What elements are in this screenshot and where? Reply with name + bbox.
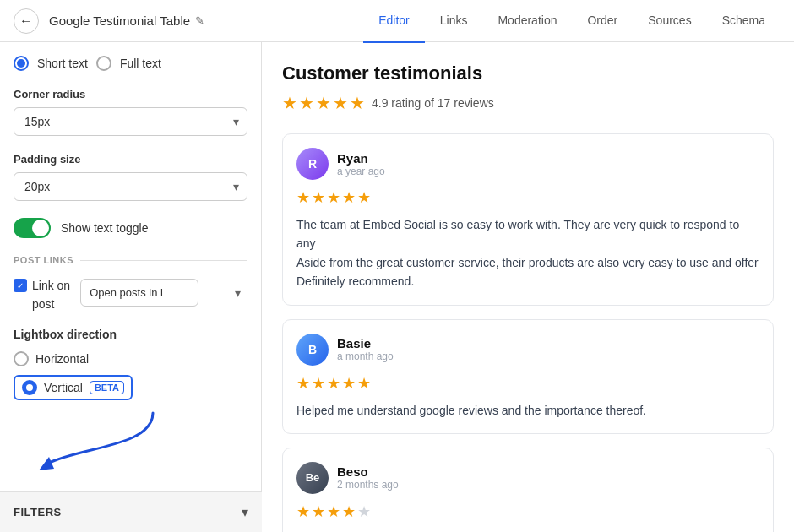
review-card-ryan: R Ryan a year ago ★ ★ ★ ★ ★ The team at … (282, 133, 774, 306)
full-text-radio[interactable] (96, 56, 111, 71)
padding-size-select[interactable]: 20px 10px 15px 25px (14, 172, 247, 201)
post-links-divider: POST LINKS (14, 255, 247, 265)
avatar-basie: B (296, 334, 329, 366)
top-nav: ← Google Testimonial Table ✎ Editor Link… (0, 0, 794, 42)
vertical-label: Vertical (44, 381, 83, 394)
reviewer-info-beso: Beso 2 months ago (337, 464, 399, 491)
reviewer-name-basie: Basie (337, 336, 394, 350)
reviewer-name-beso: Beso (337, 464, 399, 479)
horizontal-radio-row: Horizontal (14, 351, 247, 366)
corner-radius-select[interactable]: 15px 0px 5px 10px 20px (14, 107, 247, 136)
page-title-text: Google Testimonial Table (49, 14, 190, 28)
filters-label: FILTERS (14, 506, 62, 518)
right-panel: Customer testimonials ★ ★ ★ ★ ★ 4.9 rati… (262, 42, 794, 532)
nav-tabs: Editor Links Moderation Order Sources Sc… (363, 0, 780, 42)
review-card-beso: Be Beso 2 months ago ★ ★ ★ ★ ★ (282, 448, 774, 532)
show-text-toggle-row: Show text toggle (14, 218, 247, 238)
show-text-toggle-label: Show text toggle (61, 221, 149, 235)
corner-radius-label: Corner radius (14, 88, 247, 100)
rating-row: ★ ★ ★ ★ ★ 4.9 rating of 17 reviews (282, 93, 774, 113)
horizontal-radio[interactable] (14, 351, 29, 366)
open-posts-select[interactable]: Open posts in l Open posts in new tab (80, 279, 198, 307)
back-button[interactable]: ← (14, 8, 39, 34)
beta-badge: BETA (90, 381, 124, 394)
post-links-row: ✓ Link on post Open posts in l Open post… (14, 279, 247, 311)
star-4: ★ (333, 93, 348, 113)
edit-icon[interactable]: ✎ (195, 14, 204, 27)
link-on-post-wrap: ✓ Link on post (14, 279, 70, 311)
review-time-ryan: a year ago (337, 166, 385, 177)
filters-chevron-icon: ▾ (242, 504, 248, 520)
link-on-post-label: Link on (32, 279, 70, 292)
tab-links[interactable]: Links (425, 1, 483, 43)
short-text-radio[interactable] (14, 56, 29, 71)
review-stars-ryan: ★ ★ ★ ★ ★ (296, 188, 759, 207)
padding-size-wrapper: 20px 10px 15px 25px ▾ (14, 172, 247, 201)
reviewer-row-basie: B Basie a month ago (296, 334, 759, 366)
star-2: ★ (299, 93, 314, 113)
corner-radius-wrapper: 15px 0px 5px 10px 20px ▾ (14, 107, 247, 136)
reviewer-row-beso: Be Beso 2 months ago (296, 462, 759, 494)
link-on-post-label2: post (14, 297, 54, 311)
review-time-basie: a month ago (337, 350, 394, 362)
widget-title: Customer testimonials (282, 62, 774, 84)
review-stars-beso: ★ ★ ★ ★ ★ (296, 502, 759, 521)
arrow-annotation (30, 404, 166, 472)
link-on-post-checkbox[interactable]: ✓ (14, 279, 27, 292)
tab-moderation[interactable]: Moderation (482, 1, 572, 43)
tab-order[interactable]: Order (572, 1, 633, 43)
vertical-radio[interactable] (22, 380, 37, 395)
horizontal-label: Horizontal (35, 352, 89, 366)
left-panel: Short text Full text Corner radius 15px … (0, 42, 262, 532)
review-text-ryan: The team at Embed Social is so easy to w… (296, 215, 759, 291)
reviewer-info-basie: Basie a month ago (337, 336, 394, 362)
page-title: Google Testimonial Table ✎ (49, 14, 204, 28)
full-text-label: Full text (120, 57, 161, 70)
review-text-basie: Helped me understand google reviews and … (296, 401, 759, 420)
main-layout: Short text Full text Corner radius 15px … (0, 42, 794, 532)
overall-stars: ★ ★ ★ ★ ★ (282, 93, 365, 113)
padding-size-label: Padding size (14, 153, 247, 166)
review-card-basie: B Basie a month ago ★ ★ ★ ★ ★ Helped me … (282, 319, 774, 434)
tab-sources[interactable]: Sources (633, 1, 706, 43)
post-links-label: POST LINKS (14, 255, 73, 265)
star-3: ★ (316, 93, 331, 113)
avatar-beso: Be (296, 462, 329, 494)
show-text-toggle[interactable] (14, 218, 51, 238)
filters-section[interactable]: FILTERS ▾ (0, 491, 262, 532)
tab-editor[interactable]: Editor (363, 1, 425, 43)
avatar-ryan: R (296, 148, 329, 180)
lightbox-direction-label: Lightbox direction (14, 328, 247, 341)
rating-text: 4.9 rating of 17 reviews (372, 96, 494, 110)
back-icon: ← (19, 14, 33, 29)
text-type-row: Short text Full text (14, 56, 247, 71)
star-5: ★ (350, 93, 365, 113)
review-stars-basie: ★ ★ ★ ★ ★ (296, 374, 759, 393)
open-posts-arrow-icon: ▾ (235, 286, 241, 300)
review-time-beso: 2 months ago (337, 479, 399, 491)
svg-marker-0 (39, 457, 54, 470)
short-text-label: Short text (37, 57, 88, 70)
reviewer-name-ryan: Ryan (337, 151, 385, 166)
reviewer-row-ryan: R Ryan a year ago (296, 148, 759, 180)
reviewer-info-ryan: Ryan a year ago (337, 151, 385, 177)
star-1: ★ (282, 93, 297, 113)
tab-schema[interactable]: Schema (707, 1, 780, 43)
vertical-radio-row-highlight: Vertical BETA (14, 375, 133, 400)
open-posts-wrapper: Open posts in l Open posts in new tab ▾ (80, 279, 247, 307)
